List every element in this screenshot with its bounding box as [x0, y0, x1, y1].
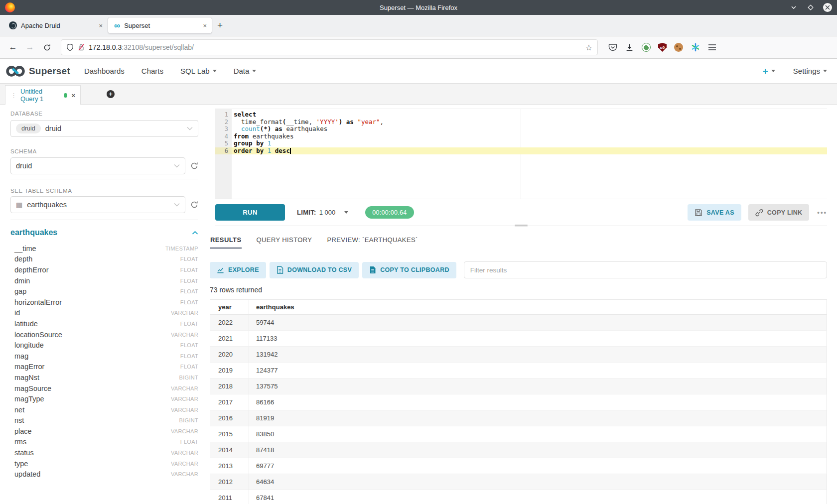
- column-type: FLOAT: [180, 364, 198, 370]
- limit-value: 1 000: [319, 209, 336, 216]
- schema-column-row: updatedVARCHAR: [10, 469, 198, 480]
- privacy-mask-icon[interactable]: [642, 43, 651, 52]
- url-host: 172.18.0.3: [89, 43, 122, 51]
- save-as-button[interactable]: SAVE AS: [688, 204, 741, 221]
- limit-label: LIMIT:: [297, 209, 316, 216]
- cell-year: 2020: [210, 347, 249, 363]
- more-options-icon[interactable]: •••: [817, 209, 827, 216]
- sql-lab-main: DATABASE druid druid SCHEMA druid SEE TA…: [0, 105, 837, 504]
- download-csv-button[interactable]: DOWNLOAD TO CSV: [270, 262, 359, 278]
- explore-button[interactable]: EXPLORE: [210, 262, 266, 278]
- superset-brand[interactable]: Superset: [5, 65, 70, 78]
- column-name: magSource: [14, 384, 51, 392]
- browser-tab-apache-druid[interactable]: Apache Druid ×: [3, 17, 108, 34]
- schema-column-row: latitudeFLOAT: [10, 318, 198, 329]
- copy-link-button[interactable]: COPY LINK: [748, 204, 810, 221]
- tab-preview-earthquakes[interactable]: PREVIEW: `EARTHQUAKES`: [327, 236, 418, 249]
- schema-column-row: netVARCHAR: [10, 404, 198, 415]
- column-name: id: [14, 309, 20, 317]
- line-number: 6: [215, 147, 232, 155]
- column-header-earthquakes[interactable]: earthquakes: [249, 300, 827, 315]
- column-name: dmin: [14, 277, 30, 285]
- column-name: longitude: [14, 341, 44, 349]
- column-type: VARCHAR: [171, 428, 198, 434]
- refresh-table-icon[interactable]: [190, 201, 198, 209]
- run-button[interactable]: RUN: [215, 204, 285, 221]
- extension-asterisk-icon[interactable]: [691, 43, 700, 52]
- titlebar: Superset — Mozilla Firefox: [0, 0, 837, 15]
- cookie-icon[interactable]: [674, 43, 683, 52]
- tab-close-icon[interactable]: ×: [99, 22, 103, 29]
- column-name: locationSource: [14, 331, 62, 339]
- column-type: VARCHAR: [171, 407, 198, 413]
- maximize-icon[interactable]: [806, 3, 815, 12]
- chart-line-icon: [217, 266, 224, 274]
- close-window-icon[interactable]: [823, 3, 832, 12]
- cell-earthquakes: 86166: [249, 394, 827, 410]
- lock-crossed-icon: [78, 43, 85, 51]
- table-select[interactable]: ▦ earthquakes: [10, 196, 185, 213]
- chevron-down-icon: [344, 211, 348, 214]
- tab-close-icon[interactable]: ×: [203, 22, 207, 29]
- ublock-shield-icon[interactable]: u0: [658, 43, 667, 52]
- minimize-icon[interactable]: [789, 3, 798, 12]
- cell-year: 2018: [210, 378, 249, 394]
- column-name: depthError: [14, 266, 49, 274]
- refresh-schema-icon[interactable]: [190, 162, 198, 170]
- collapse-table-chevron-icon[interactable]: [192, 231, 198, 235]
- database-backend-pill: druid: [16, 124, 41, 133]
- menu-hamburger-icon[interactable]: [707, 43, 717, 52]
- brand-name: Superset: [29, 66, 70, 77]
- filter-results-input[interactable]: [464, 261, 827, 278]
- column-name: magNst: [14, 374, 39, 381]
- schema-column-row: horizontalErrorFLOAT: [10, 297, 198, 308]
- table-select-value: earthquakes: [27, 201, 67, 209]
- forward-icon[interactable]: →: [23, 40, 37, 54]
- editor-code[interactable]: select time_format(__time, 'YYYY') as "y…: [232, 109, 827, 199]
- chevron-down-icon: [252, 70, 256, 72]
- database-select[interactable]: druid druid: [10, 120, 198, 137]
- nav-item-sql-lab[interactable]: SQL Lab: [180, 67, 217, 75]
- query-tab-untitled[interactable]: ⋮ Untitled Query 1 ×: [5, 85, 81, 105]
- nav-item-data[interactable]: Data: [234, 67, 257, 75]
- limit-dropdown[interactable]: LIMIT: 1 000: [297, 209, 348, 216]
- code-line: select: [232, 111, 827, 119]
- drag-handle-icon[interactable]: ⋮: [10, 92, 16, 99]
- code-line: group by 1: [232, 140, 827, 147]
- download-icon[interactable]: [625, 43, 634, 52]
- url-bar[interactable]: 172.18.0.3:32108/superset/sqllab/ ☆: [61, 39, 598, 55]
- column-name: net: [14, 406, 24, 414]
- superset-navbar: Superset Dashboards Charts SQL Lab Data …: [0, 59, 837, 84]
- bookmark-star-icon[interactable]: ☆: [585, 43, 592, 52]
- pane-splitter-handle[interactable]: [515, 224, 528, 228]
- table-row: 2020131942: [210, 347, 827, 363]
- query-tab-close-icon[interactable]: ×: [71, 92, 75, 99]
- column-type: VARCHAR: [171, 310, 198, 316]
- line-number: 3: [215, 126, 232, 133]
- nav-item-dashboards[interactable]: Dashboards: [84, 67, 125, 75]
- settings-menu[interactable]: Settings: [793, 67, 827, 75]
- column-name: type: [14, 460, 28, 468]
- schema-column-row: locationSourceVARCHAR: [10, 329, 198, 340]
- back-icon[interactable]: ←: [6, 40, 20, 54]
- code-line: count(*) as earthquakes: [232, 126, 827, 133]
- column-header-year[interactable]: year: [210, 300, 249, 315]
- cell-earthquakes: 137575: [249, 378, 827, 394]
- reload-icon[interactable]: [40, 40, 54, 54]
- superset-favicon: ∞: [114, 21, 120, 30]
- new-tab-icon[interactable]: +: [217, 20, 223, 31]
- link-icon: [755, 209, 763, 217]
- nav-item-charts[interactable]: Charts: [141, 67, 163, 75]
- column-type: FLOAT: [180, 342, 198, 348]
- schema-select[interactable]: druid: [10, 157, 185, 174]
- sql-editor[interactable]: 123456 select time_format(__time, 'YYYY'…: [215, 109, 827, 199]
- add-new-button[interactable]: +: [763, 66, 775, 77]
- pocket-icon[interactable]: [608, 43, 617, 52]
- browser-tab-superset[interactable]: ∞ Superset ×: [108, 17, 212, 34]
- add-query-tab-icon[interactable]: +: [107, 90, 115, 98]
- cell-year: 2022: [210, 315, 249, 331]
- results-table: year earthquakes 20225974420211171332020…: [210, 299, 827, 504]
- copy-clipboard-button[interactable]: COPY TO CLIPBOARD: [362, 262, 456, 278]
- tab-query-history[interactable]: QUERY HISTORY: [257, 236, 312, 249]
- tab-results[interactable]: RESULTS: [210, 236, 242, 249]
